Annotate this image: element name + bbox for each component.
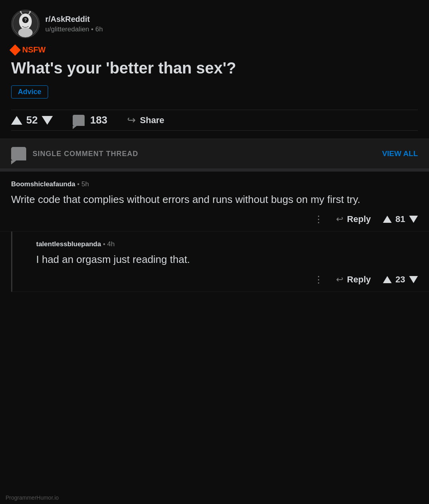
comment-1-reply-button[interactable]: ↩ Reply [336,214,371,224]
svg-point-7 [29,11,31,12]
comment-2-more-button[interactable]: ⋮ [314,274,324,285]
post-title: What's your 'better than sex'? [11,58,418,77]
thread-left: SINGLE COMMENT THREAD [11,147,138,160]
downvote-button[interactable] [42,116,53,125]
svg-point-8 [18,28,33,37]
thread-label: SINGLE COMMENT THREAD [33,150,138,158]
comments-section: 183 [73,114,107,126]
comment-2-author[interactable]: talentlessbluepanda [36,240,101,248]
post-meta: r/AskReddit u/glitteredalien • 6h [45,15,103,33]
comment-2-header: talentlessbluepanda • 4h [36,240,418,248]
post-header: ? r/AskReddit u/glitteredalien • 6h [11,10,418,38]
comments-area: Boomshicleafaunda • 5h Write code that c… [0,172,429,292]
share-label: Share [140,115,164,126]
view-all-button[interactable]: VIEW ALL [382,149,418,158]
vote-section: 52 [11,114,53,126]
post-author-time: u/glitteredalien • 6h [45,25,103,33]
comment-1-vote-section: 81 [383,214,418,224]
share-section[interactable]: ↪ Share [127,114,164,126]
flair-tag[interactable]: Advice [11,85,48,98]
comment-count: 183 [90,114,107,126]
svg-point-5 [20,11,21,12]
reply-2-icon: ↩ [336,274,343,285]
single-comment-thread-bar: SINGLE COMMENT THREAD VIEW ALL [0,139,429,172]
comment-1-body: Write code that complies without errors … [11,192,418,207]
upvote-button[interactable] [11,116,22,125]
comment-2-downvote[interactable] [409,276,418,283]
post-actions: 52 183 ↪ Share [11,110,418,131]
comment-2-reply-label: Reply [347,274,371,285]
comment-1: Boomshicleafaunda • 5h Write code that c… [0,172,429,232]
comment-1-reply-label: Reply [347,214,371,224]
share-icon: ↪ [127,114,136,126]
comment-1-vote-count: 81 [396,214,405,224]
thread-bubble-icon [11,147,26,160]
comment-2-upvote[interactable] [383,276,392,283]
comment-1-more-button[interactable]: ⋮ [314,214,324,225]
reply-icon: ↩ [336,214,343,224]
comment-1-header: Boomshicleafaunda • 5h [11,180,418,188]
avatar[interactable]: ? [11,10,40,38]
comment-1-time: 5h [81,180,89,188]
comment-1-author[interactable]: Boomshicleafaunda [11,180,75,188]
comment-1-downvote[interactable] [409,216,418,223]
subreddit-name[interactable]: r/AskReddit [45,15,103,24]
comment-2-vote-count: 23 [396,274,405,285]
svg-text:?: ? [24,17,27,22]
comment-2-footer: ⋮ ↩ Reply 23 [36,274,418,285]
comment-2-body: I had an orgasm just reading that. [36,252,418,266]
comment-2-vote-section: 23 [383,274,418,285]
watermark: ProgrammerHumor.io [6,494,59,501]
nsfw-badge[interactable]: NSFW [11,45,418,54]
comment-1-upvote[interactable] [383,216,392,223]
comment-2-time: 4h [107,240,115,248]
vote-count: 52 [26,114,38,126]
nsfw-label: NSFW [22,45,46,54]
comment-2: talentlessbluepanda • 4h I had an orgasm… [11,232,429,292]
comment-2-reply-button[interactable]: ↩ Reply [336,274,371,285]
comment-bubble-icon [73,115,85,126]
comment-1-footer: ⋮ ↩ Reply 81 [11,214,418,225]
nsfw-diamond-icon [10,44,21,55]
